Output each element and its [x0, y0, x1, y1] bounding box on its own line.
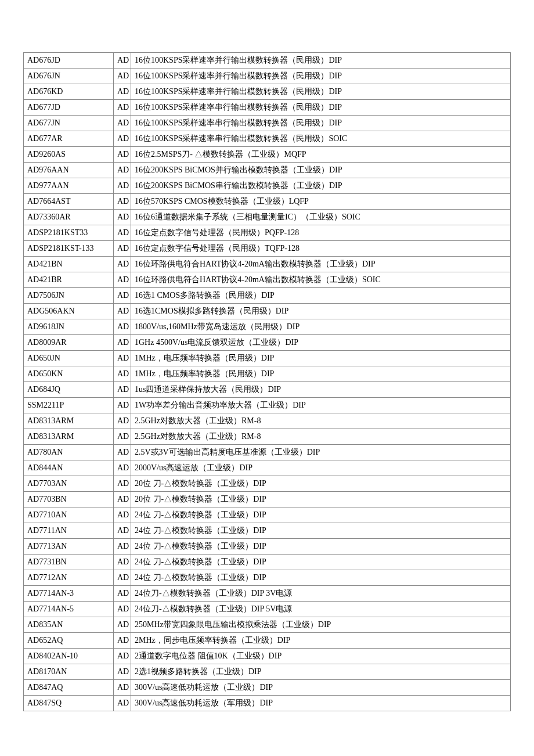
manufacturer-cell: AD [114, 445, 131, 460]
manufacturer-cell: AD [114, 304, 131, 319]
manufacturer-cell: AD [114, 555, 131, 570]
table-row: AD7714AN-3AD24位刀-△模数转换器（工业级）DIP 3V电源 [24, 586, 511, 602]
table-row: AD652AQAD2MHz，同步电压频率转换器（工业级）DIP [24, 633, 511, 649]
table-row: AD7703ANAD20位 刀-△模数转换器（工业级）DIP [24, 476, 511, 492]
table-row: AD847AQAD300V/us高速低功耗运放（工业级）DIP [24, 680, 511, 696]
table-row: AD8313ARMAD2.5GHz对数放大器（工业级）RM-8 [24, 429, 511, 445]
manufacturer-cell: AD [114, 696, 131, 711]
part-number-cell: AD677JD [24, 100, 114, 116]
table-row: AD847SQAD300V/us高速低功耗运放（军用级）DIP [24, 696, 511, 711]
description-cell: 2通道数字电位器 阻值10K（工业级）DIP [131, 649, 511, 664]
description-cell: 16位100KSPS采样速率串行输出模数转换器（民用级）DIP [131, 116, 511, 131]
part-number-cell: AD7710AN [24, 507, 114, 523]
manufacturer-cell: AD [114, 116, 131, 131]
manufacturer-cell: AD [114, 351, 131, 366]
part-number-cell: AD650KN [24, 366, 114, 382]
description-cell: 24位 刀-△模数转换器（工业级）DIP [131, 507, 511, 523]
manufacturer-cell: AD [114, 225, 131, 241]
description-cell: 16选1CMOS模拟多路转换器（民用级）DIP [131, 304, 511, 319]
table-row: AD676JDAD16位100KSPS采样速率并行输出模数转换器（民用级）DIP [24, 53, 511, 69]
part-number-cell: AD976AAN [24, 163, 114, 178]
part-number-cell: ADG506AKN [24, 304, 114, 319]
table-row: AD684JQAD1us四通道采样保持放大器（民用级）DIP [24, 382, 511, 398]
table-row: AD7713ANAD24位 刀-△模数转换器（工业级）DIP [24, 539, 511, 555]
description-cell: 2000V/us高速运放（工业级）DIP [131, 460, 511, 476]
description-cell: 16位6通道数据米集子系统（三相电量测量IC）（工业级）SOIC [131, 210, 511, 225]
manufacturer-cell: AD [114, 476, 131, 492]
manufacturer-cell: AD [114, 523, 131, 539]
table-row: AD7714AN-5AD24位刀-△模数转换器（工业级）DIP 5V电源 [24, 602, 511, 617]
manufacturer-cell: AD [114, 131, 131, 147]
part-number-cell: AD7714AN-3 [24, 586, 114, 602]
part-number-cell: AD847AQ [24, 680, 114, 696]
table-row: AD7731BNAD24位 刀-△模数转换器（工业级）DIP [24, 555, 511, 570]
table-row: AD677JNAD16位100KSPS采样速率串行输出模数转换器（民用级）DIP [24, 116, 511, 131]
part-number-cell: AD676KD [24, 84, 114, 100]
description-cell: 16位100KSPS采样速率并行输出模数转换器（民用级）DIP [131, 53, 511, 69]
table-row: AD650JNAD1MHz，电压频率转换器（民用级）DIP [24, 351, 511, 366]
parts-table: AD676JDAD16位100KSPS采样速率并行输出模数转换器（民用级）DIP… [23, 52, 511, 711]
table-row: AD7664ASTAD16位570KSPS CMOS模数转换器（工业级）LQFP [24, 194, 511, 210]
part-number-cell: AD652AQ [24, 633, 114, 649]
table-row: AD7712ANAD24位 刀-△模数转换器（工业级）DIP [24, 570, 511, 586]
description-cell: 16位环路供电符合HART协议4-20mA输出数模转换器（工业级）SOIC [131, 272, 511, 288]
manufacturer-cell: AD [114, 194, 131, 210]
table-row: AD7710ANAD24位 刀-△模数转换器（工业级）DIP [24, 507, 511, 523]
description-cell: 24位 刀-△模数转换器（工业级）DIP [131, 555, 511, 570]
description-cell: 16位100KSPS采样速率串行输出模数转换器（民用级）SOIC [131, 131, 511, 147]
manufacturer-cell: AD [114, 586, 131, 602]
part-number-cell: AD844AN [24, 460, 114, 476]
table-row: AD650KNAD1MHz，电压频率转换器（民用级）DIP [24, 366, 511, 382]
part-number-cell: AD421BN [24, 257, 114, 272]
part-number-cell: AD7703AN [24, 476, 114, 492]
manufacturer-cell: AD [114, 100, 131, 116]
manufacturer-cell: AD [114, 69, 131, 84]
description-cell: 2.5V或3V可选输出高精度电压基准源（工业级）DIP [131, 445, 511, 460]
manufacturer-cell: AD [114, 366, 131, 382]
description-cell: 16位100KSPS采样速率串行输出模数转换器（民用级）DIP [131, 100, 511, 116]
table-row: AD676KDAD16位100KSPS采样速率并行输出模数转换器（民用级）DIP [24, 84, 511, 100]
part-number-cell: AD8313ARM [24, 413, 114, 429]
table-row: AD7703BNAD20位 刀-△模数转换器（工业级）DIP [24, 492, 511, 507]
description-cell: 16位定点数字信号处理器（民用级）TQFP-128 [131, 241, 511, 257]
table-row: AD676JNAD16位100KSPS采样速率并行输出模数转换器（民用级）DIP [24, 69, 511, 84]
table-row: AD8402AN-10AD2通道数字电位器 阻值10K（工业级）DIP [24, 649, 511, 664]
description-cell: 24位刀-△模数转换器（工业级）DIP 3V电源 [131, 586, 511, 602]
manufacturer-cell: AD [114, 492, 131, 507]
part-number-cell: AD7731BN [24, 555, 114, 570]
part-number-cell: AD977AAN [24, 178, 114, 194]
manufacturer-cell: AD [114, 539, 131, 555]
manufacturer-cell: AD [114, 288, 131, 304]
table-row: AD7506JNAD16选1 CMOS多路转换器（民用级）DIP [24, 288, 511, 304]
part-number-cell: AD650JN [24, 351, 114, 366]
part-number-cell: AD835AN [24, 617, 114, 633]
part-number-cell: AD9618JN [24, 319, 114, 335]
part-number-cell: AD677JN [24, 116, 114, 131]
part-number-cell: AD780AN [24, 445, 114, 460]
description-cell: 2.5GHz对数放大器（工业级）RM-8 [131, 413, 511, 429]
part-number-cell: ADSP2181KST33 [24, 225, 114, 241]
part-number-cell: AD8313ARM [24, 429, 114, 445]
part-number-cell: AD677AR [24, 131, 114, 147]
manufacturer-cell: AD [114, 335, 131, 351]
description-cell: 16选1 CMOS多路转换器（民用级）DIP [131, 288, 511, 304]
part-number-cell: AD8009AR [24, 335, 114, 351]
part-number-cell: ADSP2181KST-133 [24, 241, 114, 257]
manufacturer-cell: AD [114, 413, 131, 429]
part-number-cell: AD847SQ [24, 696, 114, 711]
part-number-cell: AD7703BN [24, 492, 114, 507]
description-cell: 16位定点数字信号处理器（民用级）PQFP-128 [131, 225, 511, 241]
manufacturer-cell: AD [114, 163, 131, 178]
table-row: ADG506AKNAD16选1CMOS模拟多路转换器（民用级）DIP [24, 304, 511, 319]
description-cell: 16位570KSPS CMOS模数转换器（工业级）LQFP [131, 194, 511, 210]
parts-table-body: AD676JDAD16位100KSPS采样速率并行输出模数转换器（民用级）DIP… [24, 53, 511, 711]
part-number-cell: AD421BR [24, 272, 114, 288]
manufacturer-cell: AD [114, 210, 131, 225]
description-cell: 1MHz，电压频率转换器（民用级）DIP [131, 366, 511, 382]
description-cell: 1GHz 4500V/us电流反馈双运放（工业级）DIP [131, 335, 511, 351]
manufacturer-cell: AD [114, 84, 131, 100]
table-row: AD835ANAD250MHz带宽四象限电压输出模拟乘法器（工业级）DIP [24, 617, 511, 633]
manufacturer-cell: AD [114, 147, 131, 163]
description-cell: 2.5GHz对数放大器（工业级）RM-8 [131, 429, 511, 445]
manufacturer-cell: AD [114, 382, 131, 398]
